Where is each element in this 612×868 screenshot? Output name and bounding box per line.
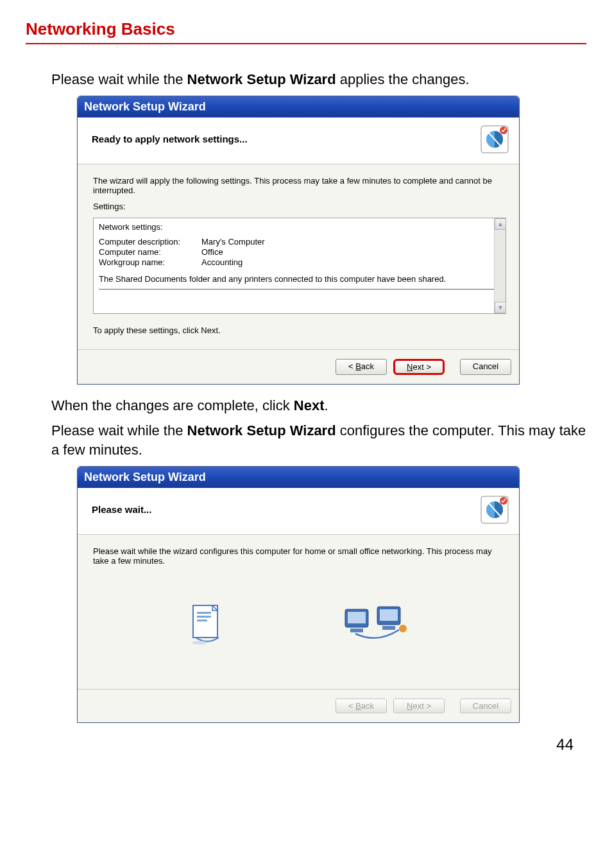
intro-paragraph-3: Please wait while the Network Setup Wiza… (51, 421, 586, 459)
network-wizard-icon (479, 494, 510, 525)
p1-post: applies the changes. (336, 71, 470, 87)
wizard-header: Please wait... (78, 488, 519, 535)
svg-rect-15 (380, 609, 398, 621)
scrollbar[interactable]: ▲ ▼ (494, 218, 506, 313)
titlebar: Network Setup Wizard (78, 467, 519, 488)
scroll-up-icon[interactable]: ▲ (495, 218, 506, 230)
svg-rect-16 (382, 626, 395, 630)
page-heading: Networking Basics (26, 19, 586, 39)
titlebar: Network Setup Wizard (78, 96, 519, 117)
page-number: 44 (26, 736, 586, 754)
row-value: Mary's Computer (201, 237, 265, 247)
svg-point-17 (399, 625, 407, 632)
row-label: Computer description: (99, 237, 201, 247)
intro-paragraph-2: When the changes are complete, click Nex… (51, 396, 586, 415)
svg-rect-7 (197, 612, 211, 614)
wizard-window-wait: Network Setup Wizard Please wait... Plea… (77, 466, 520, 723)
row-value: Accounting (201, 257, 242, 267)
svg-rect-9 (197, 620, 207, 621)
settings-label: Settings: (93, 202, 506, 211)
wizard-intro: Please wait while the wizard configures … (93, 546, 506, 566)
svg-rect-13 (350, 629, 363, 632)
p1-bold: Network Setup Wizard (187, 71, 336, 87)
progress-animation (93, 572, 506, 681)
svg-rect-12 (348, 612, 366, 623)
computers-network-icon (340, 603, 411, 650)
network-wizard-icon (479, 124, 510, 155)
svg-rect-8 (197, 616, 211, 618)
p2-pre: When the changes are complete, click (51, 397, 294, 413)
shared-text: The Shared Documents folder and any prin… (99, 274, 500, 284)
settings-row: Computer description: Mary's Computer (99, 237, 500, 247)
p3-pre: Please wait while the (51, 422, 187, 438)
p1-pre: Please wait while the (51, 71, 187, 87)
row-label: Computer name: (99, 247, 201, 257)
wizard-intro: The wizard will apply the following sett… (93, 176, 506, 195)
settings-divider (99, 289, 500, 290)
cancel-button[interactable]: Cancel (460, 359, 511, 375)
p3-bold: Network Setup Wizard (187, 422, 336, 438)
wizard-window-ready: Network Setup Wizard Ready to apply netw… (77, 96, 520, 385)
button-row: < Back Next > Cancel (78, 689, 519, 722)
wizard-header-title: Please wait... (92, 504, 151, 515)
next-button[interactable]: Next > (393, 359, 445, 375)
next-button: Next > (393, 699, 445, 713)
back-button[interactable]: < Back (336, 359, 387, 375)
scroll-down-icon[interactable]: ▼ (495, 302, 506, 313)
p2-post: . (325, 397, 328, 413)
p2-bold: Next (294, 397, 325, 413)
button-row: < Back Next > Cancel (78, 349, 519, 384)
cancel-button: Cancel (460, 699, 511, 713)
wizard-header: Ready to apply network settings... (78, 117, 519, 164)
settings-row: Workgroup name: Accounting (99, 257, 500, 267)
settings-row: Computer name: Office (99, 247, 500, 257)
back-button: < Back (336, 699, 387, 713)
wizard-content: The wizard will apply the following sett… (78, 164, 519, 349)
intro-paragraph-1: Please wait while the Network Setup Wiza… (51, 70, 586, 89)
apply-text: To apply these settings, click Next. (93, 326, 506, 335)
row-label: Workgroup name: (99, 257, 201, 267)
document-icon (189, 603, 225, 650)
svg-point-10 (192, 641, 207, 645)
row-value: Office (201, 247, 223, 257)
heading-divider (26, 43, 586, 44)
wizard-content: Please wait while the wizard configures … (78, 535, 519, 689)
settings-section-title: Network settings: (99, 222, 500, 232)
settings-box: Network settings: Computer description: … (93, 218, 506, 314)
wizard-header-title: Ready to apply network settings... (92, 134, 248, 144)
